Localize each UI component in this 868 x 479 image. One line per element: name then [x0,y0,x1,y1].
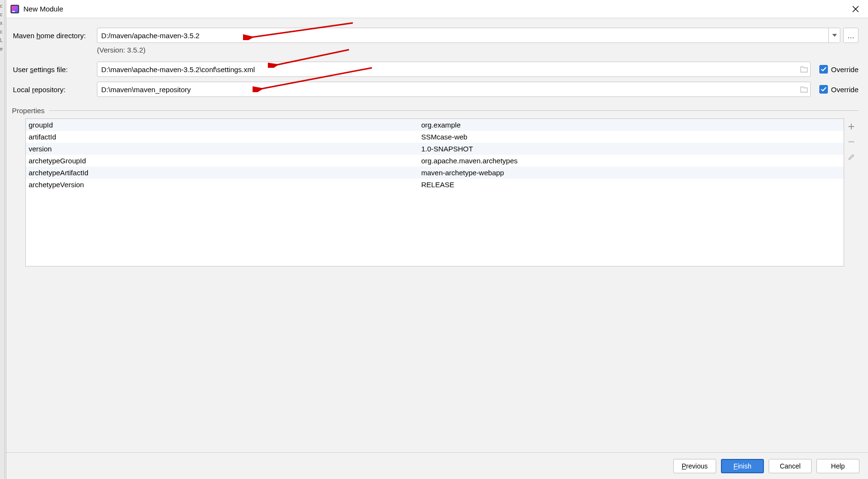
settings-file-input[interactable] [97,65,798,74]
new-module-dialog: New Module Maven home directory: … (Vers… [6,0,868,479]
property-value: RELEASE [418,181,844,189]
properties-table[interactable]: groupIdorg.exampleartifactIdSSMcase-webv… [25,118,844,266]
table-row[interactable]: version1.0-SNAPSHOT [26,143,844,155]
property-key: archetypeVersion [26,181,418,189]
pencil-icon[interactable] [846,152,857,162]
table-row[interactable]: archetypeGroupIdorg.apache.maven.archety… [26,155,844,167]
property-value: org.example [418,121,844,129]
button-bar: Previous Finish Cancel Help [6,452,868,479]
local-repo-label: Local repository: [12,85,97,94]
finish-button[interactable]: Finish [721,459,764,473]
properties-label: Properties [12,106,44,115]
property-value: org.apache.maven.archetypes [418,157,844,165]
svg-rect-2 [12,11,15,12]
property-key: groupId [26,121,418,129]
property-value: SSMcase-web [418,133,844,141]
local-repo-row: Local repository: Override [12,82,858,97]
table-row[interactable]: artifactIdSSMcase-web [26,131,844,143]
checkbox-checked-icon [819,85,828,94]
checkbox-checked-icon [819,65,828,74]
settings-file-label: User settings file: [12,65,97,74]
plus-icon[interactable] [846,121,857,132]
override-repo-checkbox[interactable]: Override [819,85,858,94]
maven-version-text: (Version: 3.5.2) [97,46,858,54]
maven-home-combo[interactable] [97,28,840,43]
browse-button[interactable]: … [843,28,858,43]
content-area: Maven home directory: … (Version: 3.5.2)… [6,18,868,266]
window-title: New Module [23,5,849,13]
folder-icon[interactable] [798,82,810,96]
intellij-icon [10,4,20,14]
maven-home-label: Maven home directory: [12,32,97,40]
property-value: maven-archetype-webapp [418,169,844,177]
help-button[interactable]: Help [816,459,859,473]
partial-sidebar: ccxcLe [0,0,5,479]
folder-icon[interactable] [798,62,810,76]
table-row[interactable]: archetypeVersionRELEASE [26,179,844,191]
properties-header: Properties [12,106,858,115]
cancel-button[interactable]: Cancel [769,459,812,473]
override-label: Override [831,65,858,74]
previous-button[interactable]: Previous [673,459,716,473]
table-row[interactable]: groupIdorg.example [26,119,844,131]
local-repo-field[interactable] [97,82,811,97]
maven-home-input[interactable] [97,28,828,43]
property-key: artifactId [26,133,418,141]
maven-home-row: Maven home directory: … [12,28,858,43]
properties-section: groupIdorg.exampleartifactIdSSMcase-webv… [25,118,858,266]
table-row[interactable]: archetypeArtifactIdmaven-archetype-webap… [26,167,844,179]
settings-file-row: User settings file: Override [12,62,858,77]
property-key: version [26,145,418,153]
chevron-down-icon[interactable] [828,28,840,43]
override-settings-checkbox[interactable]: Override [819,65,858,74]
override-label: Override [831,85,858,94]
separator [49,110,858,111]
properties-toolbar [844,118,858,266]
property-value: 1.0-SNAPSHOT [418,145,844,153]
svg-marker-5 [832,34,837,37]
minus-icon[interactable] [846,137,857,147]
settings-file-field[interactable] [97,62,811,77]
property-key: archetypeGroupId [26,157,418,165]
property-key: archetypeArtifactId [26,169,418,177]
titlebar: New Module [6,0,868,18]
close-icon[interactable] [849,2,862,16]
local-repo-input[interactable] [97,85,798,94]
